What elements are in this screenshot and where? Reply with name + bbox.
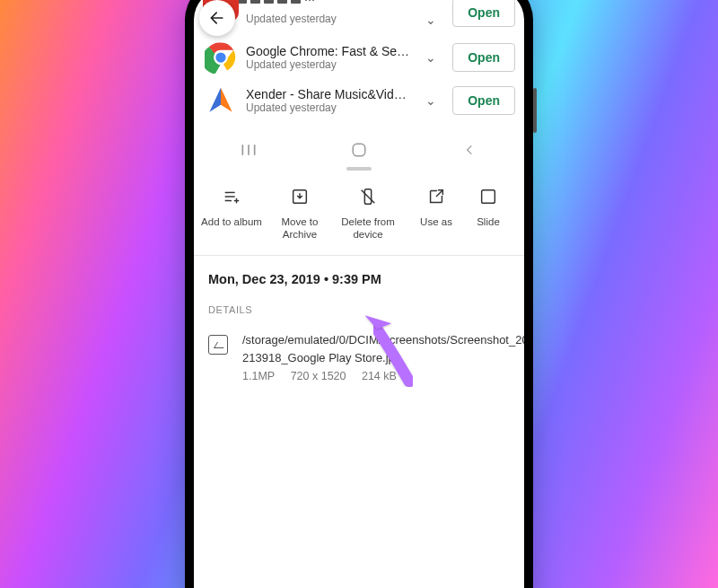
- action-label: Slide: [477, 216, 500, 227]
- android-nav-bar: [194, 133, 524, 172]
- arrow-left-icon: [208, 9, 226, 27]
- app-subtitle: Updated yesterday: [246, 58, 409, 71]
- photo-datetime: Mon, Dec 23, 2019 • 9:39 PM: [194, 256, 524, 292]
- app-title: Google Chrome: Fast & Secure: [246, 44, 409, 58]
- nav-back[interactable]: [442, 143, 496, 162]
- app-title: Xender - Share Music&Video, Transfer: [246, 87, 409, 101]
- action-use-as[interactable]: Use as: [402, 185, 470, 241]
- action-move-to-archive[interactable]: Move to Archive: [266, 185, 334, 241]
- notif-icon: [264, 0, 274, 4]
- use-as-icon: [426, 187, 446, 206]
- phone-frame: 10:23 ⋯ 32% Updated y: [185, 0, 533, 588]
- image-file-icon: [208, 335, 228, 355]
- svg-line-18: [436, 189, 442, 196]
- action-label: Use as: [420, 216, 452, 227]
- action-add-to-album[interactable]: Add to album: [197, 185, 266, 241]
- notif-icon: [277, 0, 287, 4]
- file-meta: 1.1MP 720 x 1520 214 kB: [242, 368, 524, 385]
- app-row[interactable]: Updated yesterday ⌄ Open: [194, 11, 524, 36]
- nav-pill: [346, 167, 372, 171]
- delete-device-icon: [358, 187, 378, 206]
- file-size: 214 kB: [362, 370, 397, 382]
- action-delete-from-device[interactable]: Delete from device: [334, 185, 402, 241]
- play-store-list: Updated yesterday ⌄ Open Google Chrome: …: [194, 11, 524, 122]
- file-details-row: /storage/emulated/0/DCIM/Screenshots/Scr…: [194, 319, 524, 398]
- app-row[interactable]: Google Chrome: Fast & Secure Updated yes…: [194, 36, 524, 79]
- action-slideshow[interactable]: Slide: [470, 185, 506, 241]
- nav-home[interactable]: [332, 142, 386, 162]
- action-label: Add to album: [201, 216, 262, 227]
- app-icon-chrome: [203, 39, 239, 75]
- file-megapixels: 1.1MP: [242, 370, 275, 382]
- open-button[interactable]: Open: [452, 86, 515, 115]
- action-label: Move to Archive: [282, 216, 319, 240]
- chevron-down-icon[interactable]: ⌄: [420, 50, 442, 65]
- app-subtitle: Updated yesterday: [246, 101, 409, 114]
- file-path: /storage/emulated/0/DCIM/Screenshots/Scr…: [242, 331, 524, 366]
- details-header: DETAILS: [194, 292, 524, 319]
- chevron-down-icon[interactable]: ⌄: [420, 93, 442, 108]
- photo-action-row: Add to album Move to Archive Delete from…: [194, 172, 524, 257]
- notif-icon: [250, 0, 260, 4]
- app-icon-xender: [203, 83, 239, 118]
- slideshow-icon: [478, 187, 498, 206]
- open-button[interactable]: Open: [452, 43, 515, 72]
- action-label: Delete from device: [341, 216, 394, 240]
- notif-icon: [291, 0, 301, 4]
- more-notif-icon: ⋯: [304, 0, 316, 6]
- app-subtitle: Updated yesterday: [246, 13, 409, 25]
- chevron-down-icon[interactable]: ⌄: [420, 13, 442, 27]
- svg-rect-9: [353, 144, 365, 156]
- phone-side-button: [533, 88, 537, 133]
- screen: 10:23 ⋯ 32% Updated y: [194, 0, 524, 588]
- svg-line-17: [362, 189, 375, 203]
- back-button[interactable]: [199, 0, 235, 36]
- file-dimensions: 720 x 1520: [291, 370, 346, 382]
- nav-recents[interactable]: [222, 143, 276, 162]
- svg-rect-19: [482, 189, 495, 203]
- archive-icon: [290, 187, 310, 206]
- open-button[interactable]: Open: [452, 0, 515, 27]
- add-to-album-icon: [222, 187, 241, 206]
- app-row[interactable]: Xender - Share Music&Video, Transfer Upd…: [194, 79, 524, 122]
